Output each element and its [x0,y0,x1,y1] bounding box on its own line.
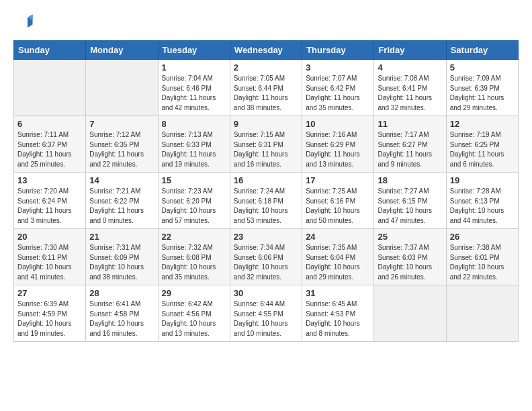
calendar-cell: 20Sunrise: 7:30 AM Sunset: 6:11 PM Dayli… [14,229,86,285]
day-info: Sunrise: 7:34 AM Sunset: 6:06 PM Dayligh… [234,243,298,282]
day-number: 7 [89,119,154,129]
header-day-saturday: Saturday [446,41,518,60]
calendar-cell [86,60,158,116]
week-row-1: 1Sunrise: 7:04 AM Sunset: 6:46 PM Daylig… [14,60,519,116]
day-number: 23 [234,232,298,242]
calendar-cell: 28Sunrise: 6:41 AM Sunset: 4:58 PM Dayli… [86,285,158,342]
calendar-cell: 14Sunrise: 7:21 AM Sunset: 6:22 PM Dayli… [86,173,158,229]
day-number: 21 [89,232,154,242]
day-info: Sunrise: 7:17 AM Sunset: 6:27 PM Dayligh… [378,130,442,169]
day-number: 1 [162,62,226,73]
day-number: 28 [89,288,154,298]
calendar-cell: 4Sunrise: 7:08 AM Sunset: 6:41 PM Daylig… [374,60,446,116]
day-info: Sunrise: 7:28 AM Sunset: 6:13 PM Dayligh… [450,187,515,226]
day-info: Sunrise: 7:07 AM Sunset: 6:42 PM Dayligh… [306,74,370,113]
logo-icon [13,13,34,34]
day-number: 10 [306,119,370,129]
calendar-cell: 15Sunrise: 7:23 AM Sunset: 6:20 PM Dayli… [158,173,230,229]
day-info: Sunrise: 7:30 AM Sunset: 6:11 PM Dayligh… [17,243,82,282]
calendar-cell: 11Sunrise: 7:17 AM Sunset: 6:27 PM Dayli… [374,116,446,173]
day-number: 30 [234,288,298,298]
day-info: Sunrise: 6:45 AM Sunset: 4:53 PM Dayligh… [306,300,370,338]
day-number: 15 [162,175,226,185]
calendar-cell: 8Sunrise: 7:13 AM Sunset: 6:33 PM Daylig… [158,116,230,173]
day-number: 12 [450,119,515,129]
day-number: 24 [306,232,370,242]
day-number: 16 [234,175,298,185]
header-day-monday: Monday [86,41,158,60]
day-number: 8 [162,119,226,129]
day-info: Sunrise: 7:24 AM Sunset: 6:18 PM Dayligh… [234,187,298,226]
header-day-sunday: Sunday [14,41,86,60]
day-number: 27 [17,288,82,298]
day-info: Sunrise: 6:44 AM Sunset: 4:55 PM Dayligh… [234,300,298,338]
week-row-4: 20Sunrise: 7:30 AM Sunset: 6:11 PM Dayli… [14,229,519,285]
day-info: Sunrise: 7:37 AM Sunset: 6:03 PM Dayligh… [378,243,442,282]
day-number: 20 [17,232,82,242]
day-info: Sunrise: 7:04 AM Sunset: 6:46 PM Dayligh… [162,74,226,113]
calendar-cell: 6Sunrise: 7:11 AM Sunset: 6:37 PM Daylig… [14,116,86,173]
day-number: 18 [378,175,442,185]
calendar-cell: 19Sunrise: 7:28 AM Sunset: 6:13 PM Dayli… [446,173,518,229]
calendar-cell: 9Sunrise: 7:15 AM Sunset: 6:31 PM Daylig… [230,116,302,173]
day-info: Sunrise: 7:31 AM Sunset: 6:09 PM Dayligh… [89,243,154,282]
day-info: Sunrise: 7:27 AM Sunset: 6:15 PM Dayligh… [378,187,442,226]
day-info: Sunrise: 6:41 AM Sunset: 4:58 PM Dayligh… [89,300,154,338]
calendar-cell: 31Sunrise: 6:45 AM Sunset: 4:53 PM Dayli… [302,285,374,342]
week-row-2: 6Sunrise: 7:11 AM Sunset: 6:37 PM Daylig… [14,116,519,173]
day-number: 3 [306,62,370,73]
day-number: 4 [378,62,442,73]
logo [13,13,36,34]
day-number: 25 [378,232,442,242]
day-info: Sunrise: 7:20 AM Sunset: 6:24 PM Dayligh… [17,187,82,226]
day-info: Sunrise: 7:15 AM Sunset: 6:31 PM Dayligh… [234,130,298,169]
calendar-cell: 27Sunrise: 6:39 AM Sunset: 4:59 PM Dayli… [14,285,86,342]
calendar-cell: 22Sunrise: 7:32 AM Sunset: 6:08 PM Dayli… [158,229,230,285]
calendar-cell: 3Sunrise: 7:07 AM Sunset: 6:42 PM Daylig… [302,60,374,116]
day-number: 14 [89,175,154,185]
day-number: 19 [450,175,515,185]
calendar-cell: 17Sunrise: 7:25 AM Sunset: 6:16 PM Dayli… [302,173,374,229]
calendar-table: SundayMondayTuesdayWednesdayThursdayFrid… [13,40,519,342]
day-info: Sunrise: 6:42 AM Sunset: 4:56 PM Dayligh… [162,300,226,338]
day-info: Sunrise: 7:05 AM Sunset: 6:44 PM Dayligh… [234,74,298,113]
calendar-cell: 29Sunrise: 6:42 AM Sunset: 4:56 PM Dayli… [158,285,230,342]
day-number: 5 [450,62,515,73]
week-row-3: 13Sunrise: 7:20 AM Sunset: 6:24 PM Dayli… [14,173,519,229]
day-info: Sunrise: 7:09 AM Sunset: 6:39 PM Dayligh… [450,74,515,113]
header-day-friday: Friday [374,41,446,60]
calendar-cell: 16Sunrise: 7:24 AM Sunset: 6:18 PM Dayli… [230,173,302,229]
calendar-cell: 1Sunrise: 7:04 AM Sunset: 6:46 PM Daylig… [158,60,230,116]
day-info: Sunrise: 7:13 AM Sunset: 6:33 PM Dayligh… [162,130,226,169]
header-day-tuesday: Tuesday [158,41,230,60]
day-info: Sunrise: 7:23 AM Sunset: 6:20 PM Dayligh… [162,187,226,226]
day-info: Sunrise: 7:35 AM Sunset: 6:04 PM Dayligh… [306,243,370,282]
week-row-5: 27Sunrise: 6:39 AM Sunset: 4:59 PM Dayli… [14,285,519,342]
calendar-cell: 10Sunrise: 7:16 AM Sunset: 6:29 PM Dayli… [302,116,374,173]
day-info: Sunrise: 7:32 AM Sunset: 6:08 PM Dayligh… [162,243,226,282]
calendar-cell: 12Sunrise: 7:19 AM Sunset: 6:25 PM Dayli… [446,116,518,173]
calendar-body: 1Sunrise: 7:04 AM Sunset: 6:46 PM Daylig… [14,60,519,342]
calendar-cell: 5Sunrise: 7:09 AM Sunset: 6:39 PM Daylig… [446,60,518,116]
day-info: Sunrise: 7:21 AM Sunset: 6:22 PM Dayligh… [89,187,154,226]
day-info: Sunrise: 7:11 AM Sunset: 6:37 PM Dayligh… [17,130,82,169]
calendar-cell [446,285,518,342]
day-number: 29 [162,288,226,298]
day-info: Sunrise: 7:25 AM Sunset: 6:16 PM Dayligh… [306,187,370,226]
calendar-header: SundayMondayTuesdayWednesdayThursdayFrid… [14,41,519,60]
calendar-cell: 7Sunrise: 7:12 AM Sunset: 6:35 PM Daylig… [86,116,158,173]
calendar-cell [374,285,446,342]
calendar-cell: 25Sunrise: 7:37 AM Sunset: 6:03 PM Dayli… [374,229,446,285]
day-info: Sunrise: 6:39 AM Sunset: 4:59 PM Dayligh… [17,300,82,338]
day-number: 6 [17,119,82,129]
calendar-cell: 24Sunrise: 7:35 AM Sunset: 6:04 PM Dayli… [302,229,374,285]
day-number: 17 [306,175,370,185]
calendar-cell: 18Sunrise: 7:27 AM Sunset: 6:15 PM Dayli… [374,173,446,229]
day-number: 31 [306,288,370,298]
day-number: 22 [162,232,226,242]
day-info: Sunrise: 7:38 AM Sunset: 6:01 PM Dayligh… [450,243,515,282]
day-info: Sunrise: 7:12 AM Sunset: 6:35 PM Dayligh… [89,130,154,169]
header-day-wednesday: Wednesday [230,41,302,60]
calendar-cell [14,60,86,116]
calendar-cell: 21Sunrise: 7:31 AM Sunset: 6:09 PM Dayli… [86,229,158,285]
